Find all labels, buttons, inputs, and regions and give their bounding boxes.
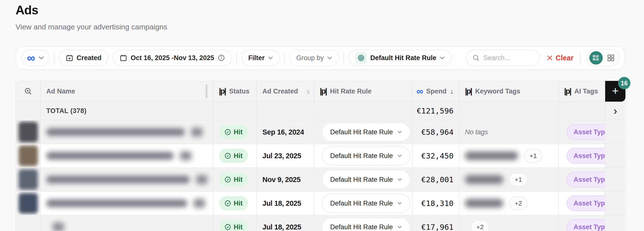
status-badge: Hit	[219, 196, 248, 210]
zoom-in-icon	[24, 87, 32, 96]
ad-name-redacted	[46, 128, 185, 136]
table-row[interactable]: Hit Nov 9, 2025 Default Hit Rate Rule €2…	[16, 168, 624, 192]
table-total-row: TOTAL (378) €121,596 ›	[16, 102, 624, 120]
group-by-button[interactable]: Group by	[289, 50, 339, 66]
ad-name-redacted	[191, 128, 202, 136]
column-header-ad-created[interactable]: Ad Created ↑↓	[257, 81, 314, 101]
toolbar-divider	[236, 52, 237, 64]
ai-tag-pill: Asset Type:St	[566, 196, 605, 211]
status-badge: Hit	[219, 149, 248, 163]
keyword-tag-redacted	[465, 152, 518, 160]
ad-created-date: Jul 18, 2025	[262, 223, 301, 231]
hit-rate-rule-select[interactable]: Default Hit Rate Rule	[322, 218, 410, 231]
chevron-down-icon	[398, 130, 402, 134]
ai-tag-pill: Asset Type:Cr	[566, 124, 605, 140]
toolbar-divider	[344, 52, 344, 64]
hit-rate-rule-select[interactable]: Default Hit Rate Rule	[322, 194, 410, 213]
status-badge: Hit	[219, 172, 248, 187]
toolbar-divider	[284, 52, 285, 64]
chevron-down-icon	[38, 56, 44, 60]
date-range-button[interactable]: Oct 16, 2025 -Nov 13, 2025	[113, 50, 232, 66]
spend-value: €58,964	[421, 128, 454, 136]
table-row[interactable]: Hit Jul 23, 2025 Default Hit Rate Rule €…	[16, 144, 624, 168]
created-filter-button[interactable]: Created	[59, 50, 108, 66]
toolbar-divider	[580, 52, 580, 64]
hit-rate-rule-select[interactable]: Default Hit Rate Rule	[322, 170, 410, 189]
ad-name-redacted	[180, 151, 192, 160]
page-title: Ads	[16, 3, 38, 17]
keyword-tags-more-badge[interactable]: +1	[524, 149, 542, 163]
column-header-spend[interactable]: ∞ Spend ↓	[412, 81, 460, 101]
total-spend: €121,596	[417, 106, 454, 115]
calendar-icon	[120, 54, 127, 62]
hit-rate-rule-label: Default Hit Rate Rule	[370, 54, 436, 62]
ad-created-date: Sep 16, 2024	[262, 128, 304, 136]
table-row[interactable]: Hit Jul 18, 2025 Default Hit Rate Rule €…	[16, 216, 624, 231]
close-icon	[546, 55, 553, 61]
ai-tag-pill: Asset Type:Cr	[566, 172, 605, 188]
ad-name-redacted	[194, 199, 205, 208]
spend-value: €32,450	[421, 151, 454, 160]
filter-button[interactable]: Filter	[242, 50, 280, 66]
field-type-icon: |p|	[320, 87, 326, 96]
search-box[interactable]	[466, 50, 540, 66]
view-toggle	[587, 49, 619, 66]
toolbar: ∞ Created Oct 16, 2025 -Nov 13, 2025 Fil…	[16, 46, 625, 70]
keyword-tags-more-badge[interactable]: +1	[509, 173, 528, 186]
add-column-count-badge: 16	[618, 77, 630, 89]
ads-table: Ad Name |p| Status Ad Created ↑↓ |p| Hit…	[16, 81, 625, 231]
info-icon	[218, 54, 225, 62]
add-column-button[interactable]: + 16	[605, 81, 626, 102]
grid-view-button[interactable]	[605, 52, 616, 64]
column-header-ad-name[interactable]: Ad Name	[41, 81, 214, 101]
chevron-down-icon	[268, 56, 273, 60]
chevron-down-icon	[440, 56, 445, 60]
status-badge: Hit	[219, 125, 248, 139]
field-type-icon: |p|	[564, 87, 571, 96]
chevron-down-icon	[398, 202, 402, 205]
ad-created-date: Nov 9, 2025	[262, 176, 300, 184]
date-range-label: Oct 16, 2025 -Nov 13, 2025	[130, 54, 214, 62]
chevron-down-icon	[398, 154, 402, 157]
ad-thumbnail	[18, 169, 38, 190]
keyword-tags-more-badge[interactable]: +2	[509, 196, 528, 210]
check-circle-icon	[224, 200, 231, 207]
column-header-status[interactable]: |p| Status	[214, 81, 257, 101]
sort-icon[interactable]: ↑↓	[306, 88, 308, 95]
ad-thumbnail	[18, 122, 38, 142]
status-badge: Hit	[219, 220, 248, 231]
search-input[interactable]	[483, 54, 528, 62]
clear-filters-button[interactable]: Clear	[546, 54, 574, 62]
keyword-tags-more-badge[interactable]: +2	[471, 220, 489, 231]
chevron-down-icon	[398, 226, 402, 228]
column-header-ai-tags[interactable]: |p| AI Tags	[559, 81, 605, 101]
table-row[interactable]: Hit Jul 18, 2025 Default Hit Rate Rule €…	[16, 192, 624, 216]
table-row[interactable]: Hit Sep 16, 2024 Default Hit Rate Rule €…	[16, 120, 624, 144]
hit-rate-rule-select[interactable]: Default Hit Rate Rule	[348, 50, 452, 66]
ad-name-redacted	[46, 176, 190, 184]
meta-logo-icon: ∞	[416, 88, 423, 95]
column-header-hit-rate-rule[interactable]: |p| Hit Rate Rule	[314, 81, 412, 101]
sort-desc-icon[interactable]: ↓	[450, 87, 454, 96]
list-view-button[interactable]	[589, 51, 603, 64]
zoom-column-header[interactable]	[16, 81, 41, 101]
hit-rate-rule-select[interactable]: Default Hit Rate Rule	[322, 122, 410, 142]
meta-logo-icon: ∞	[27, 54, 35, 62]
spend-value: €17,961	[421, 222, 454, 231]
search-icon	[472, 54, 480, 62]
check-circle-icon	[224, 176, 231, 183]
total-label: TOTAL (378)	[46, 107, 86, 115]
ad-created-date: Jul 23, 2025	[262, 152, 301, 160]
ai-tag-pill: Asset Type:Cr	[566, 148, 605, 164]
created-label: Created	[77, 54, 102, 62]
ad-name-redacted	[46, 199, 187, 207]
chevron-right-icon[interactable]: ›	[614, 105, 617, 116]
group-by-label: Group by	[296, 54, 324, 62]
platform-select-button[interactable]: ∞	[22, 50, 50, 66]
plus-icon: +	[612, 85, 619, 96]
column-header-keyword-tags[interactable]: |p| Keyword Tags	[460, 81, 559, 101]
column-resize-handle[interactable]	[206, 84, 208, 98]
hit-rate-rule-select[interactable]: Default Hit Rate Rule	[322, 146, 410, 166]
ad-thumbnail	[18, 193, 38, 214]
ad-name-redacted	[196, 175, 208, 184]
